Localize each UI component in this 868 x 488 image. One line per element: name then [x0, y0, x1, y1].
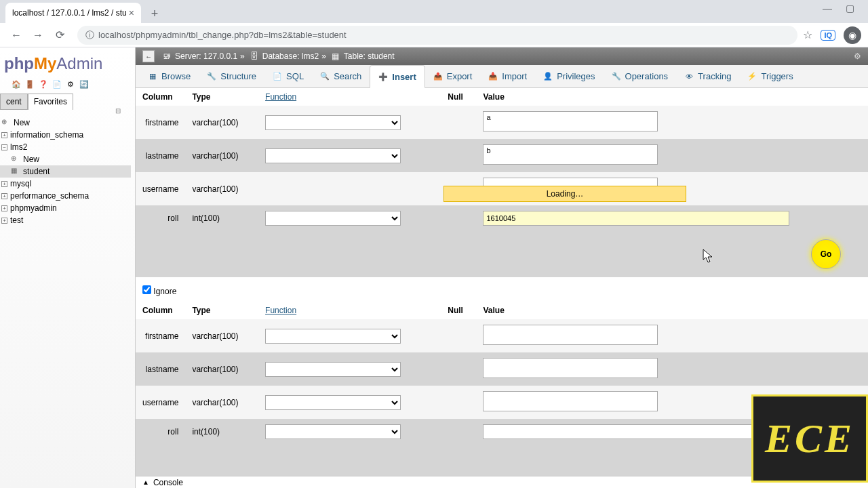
settings-icon[interactable]: ⚙ — [65, 79, 76, 89]
browser-tab[interactable]: localhost / 127.0.0.1 / lms2 / stu × — [5, 3, 141, 23]
nav-collapse-button[interactable]: ← — [142, 50, 155, 62]
docs-icon[interactable]: ❓ — [38, 79, 49, 89]
tab-privileges[interactable]: 👤Privileges — [535, 65, 603, 87]
val2-username[interactable] — [483, 391, 658, 411]
console-caret-icon: ▲ — [142, 479, 149, 486]
expand-icon[interactable]: + — [1, 205, 7, 211]
iq-badge[interactable]: IQ — [821, 30, 835, 41]
bc-server[interactable]: 127.0.0.1 — [203, 52, 237, 61]
val-roll[interactable] — [483, 211, 789, 226]
tree-lms2[interactable]: −lms2 — [0, 141, 131, 153]
collapse-icon[interactable]: ⊟ — [115, 107, 121, 115]
func2-username[interactable] — [265, 395, 401, 410]
th-function-2[interactable]: Function — [258, 302, 441, 319]
func-roll[interactable] — [265, 211, 401, 226]
watermark: ECE — [751, 394, 868, 483]
tracking-icon: 👁 — [684, 72, 694, 81]
url-text: localhost/phpmyadmin/tbl_change.php?db=l… — [98, 30, 347, 40]
sql-icon: 📄 — [273, 72, 282, 81]
func2-roll[interactable] — [265, 424, 401, 439]
table-icon: ▦ — [332, 52, 341, 61]
new-icon: ⊕ — [1, 118, 11, 127]
address-bar[interactable]: ⓘ localhost/phpmyadmin/tbl_change.php?db… — [77, 26, 797, 45]
nav-tree: ⊕New +information_schema −lms2 ⊕New ▦stu… — [0, 117, 131, 226]
bookmark-icon[interactable]: ☆ — [803, 28, 812, 41]
col-lastname: lastname — [136, 139, 185, 172]
ignore-checkbox[interactable] — [142, 285, 151, 294]
logout-icon[interactable]: 🚪 — [24, 79, 35, 89]
bc-table[interactable]: student — [368, 52, 394, 61]
gear-icon[interactable]: ⚙ — [854, 52, 861, 61]
func-lastname[interactable] — [265, 148, 401, 163]
sql-icon[interactable]: 📄 — [52, 79, 62, 89]
tree-test[interactable]: +test — [0, 214, 131, 226]
th-function[interactable]: Function — [258, 88, 441, 106]
tab-operations[interactable]: 🔧Operations — [604, 65, 677, 87]
th-type-2[interactable]: Type — [185, 302, 258, 319]
maximize-icon[interactable]: ▢ — [846, 3, 854, 14]
sidebar-toolbar: 🏠 🚪 ❓ 📄 ⚙ 🔄 — [0, 77, 131, 94]
tree-lms2-new[interactable]: ⊕New — [0, 153, 131, 165]
recent-tab[interactable]: cent — [0, 94, 28, 110]
tree-phpmyadmin[interactable]: +phpmyadmin — [0, 202, 131, 214]
new-tab-button[interactable]: + — [145, 4, 164, 23]
tab-export[interactable]: 📤Export — [425, 65, 481, 87]
val2-roll[interactable] — [483, 424, 789, 439]
th-value-2: Value — [476, 302, 868, 319]
tab-insert[interactable]: ➕Insert — [370, 65, 425, 88]
loading-indicator: Loading… — [443, 186, 686, 202]
tree-new[interactable]: ⊕New — [0, 117, 131, 129]
info-icon: ⓘ — [85, 29, 94, 41]
val2-lastname[interactable] — [483, 358, 658, 378]
val-lastname[interactable] — [483, 144, 658, 165]
tree-student[interactable]: ▦student — [0, 165, 131, 178]
th-value: Value — [476, 88, 868, 106]
expand-icon[interactable]: + — [1, 218, 7, 224]
phpmyadmin-logo: phpMyAdmin — [0, 52, 131, 77]
breadcrumb: ← 🖳 Server: 127.0.0.1 » 🗄 Database: lms2… — [136, 47, 868, 65]
profile-avatar[interactable]: ◉ — [844, 26, 861, 44]
export-icon: 📤 — [433, 72, 443, 81]
col-username: username — [136, 172, 185, 205]
tab-structure[interactable]: 🔧Structure — [199, 65, 264, 87]
expand-icon[interactable]: + — [1, 193, 7, 199]
bc-database[interactable]: lms2 — [302, 52, 319, 61]
browse-icon: ▦ — [148, 72, 157, 81]
reload-icon[interactable]: ⟳ — [50, 26, 69, 45]
tab-triggers[interactable]: ⚡Triggers — [739, 65, 801, 87]
new-icon: ⊕ — [11, 155, 20, 164]
func2-lastname[interactable] — [265, 362, 401, 377]
database-icon: 🗄 — [250, 52, 260, 61]
th-null-2: Null — [441, 302, 476, 319]
tab-import[interactable]: 📥Import — [480, 65, 535, 87]
val-firstname[interactable] — [483, 111, 658, 131]
tree-performance-schema[interactable]: +performance_schema — [0, 190, 131, 202]
th-column-2: Column — [136, 302, 185, 319]
tab-title: localhost / 127.0.0.1 / lms2 / stu — [12, 8, 127, 18]
tab-sql[interactable]: 📄SQL — [264, 65, 312, 87]
table-icon: ▦ — [11, 167, 20, 176]
tab-search[interactable]: 🔍Search — [312, 65, 370, 87]
content-tabs: ▦Browse 🔧Structure 📄SQL 🔍Search ➕Insert … — [136, 65, 868, 88]
home-icon[interactable]: 🏠 — [11, 79, 22, 89]
func-firstname[interactable] — [265, 115, 401, 130]
expand-icon[interactable]: + — [1, 132, 7, 138]
func2-firstname[interactable] — [265, 329, 401, 344]
collapse-icon[interactable]: − — [1, 144, 7, 150]
back-icon[interactable]: ← — [7, 26, 26, 45]
expand-icon[interactable]: + — [1, 181, 7, 187]
tree-mysql[interactable]: +mysql — [0, 178, 131, 190]
browser-chrome: localhost / 127.0.0.1 / lms2 / stu × + ←… — [0, 0, 868, 47]
reload-nav-icon[interactable]: 🔄 — [79, 79, 90, 89]
forward-icon[interactable]: → — [28, 26, 47, 45]
tab-browse[interactable]: ▦Browse — [140, 65, 199, 87]
val2-firstname[interactable] — [483, 325, 658, 345]
tree-information-schema[interactable]: +information_schema — [0, 129, 131, 141]
close-icon[interactable]: × — [129, 7, 134, 18]
go-button[interactable]: Go — [811, 239, 841, 269]
favorites-tab[interactable]: Favorites — [28, 94, 73, 110]
th-type[interactable]: Type — [185, 88, 258, 106]
minimize-icon[interactable]: — — [823, 3, 832, 14]
tab-tracking[interactable]: 👁Tracking — [676, 65, 739, 87]
col-firstname: firstname — [136, 106, 185, 139]
